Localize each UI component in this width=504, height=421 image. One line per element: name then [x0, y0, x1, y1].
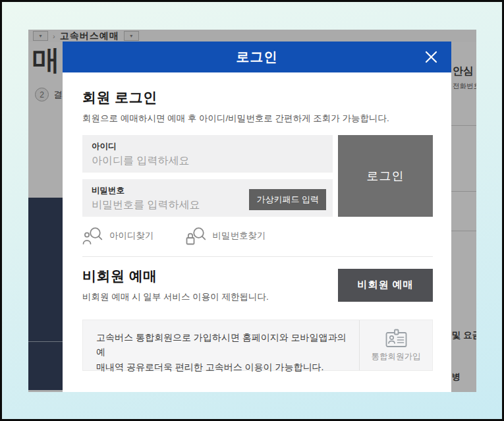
virtual-keypad-button[interactable]: 가상키패드 입력: [249, 189, 326, 210]
id-field-wrapper: 아이디: [82, 135, 333, 173]
login-fields: 아이디 비밀번호 가상키패드 입력: [82, 135, 333, 217]
member-login-heading: 회원 로그인: [82, 88, 433, 107]
login-button[interactable]: 로그인: [338, 135, 433, 217]
membership-info-text: 고속버스 통합회원으로 가입하시면 홈페이지와 모바일앱과의 예 매내역 공유로…: [83, 320, 359, 370]
screenshot-frame: ▾ › 고속버스예매 ▾ 매 2 결제 안심 전화번호 및 요금 병 로그인: [0, 0, 504, 421]
find-password-link[interactable]: 비밀번호찾기: [186, 226, 266, 245]
nonmember-section: 비회원 예매 비회원 예매 시 일부 서비스 이용이 제한됩니다. 비회원 예매: [82, 267, 433, 303]
member-login-description: 회원으로 예매하시면 예매 후 아이디/비밀번호로 간편하게 조회가 가능합니다…: [82, 113, 433, 125]
modal-title: 로그인: [237, 48, 278, 66]
nonmember-text: 비회원 예매 비회원 예매 시 일부 서비스 이용이 제한됩니다.: [82, 267, 269, 303]
id-field-label: 아이디: [92, 141, 323, 152]
login-modal: 로그인 회원 로그인 회원으로 예매하시면 예매 후 아이디/비밀번호로 간편하…: [63, 42, 451, 392]
find-password-label: 비밀번호찾기: [213, 230, 266, 242]
person-search-icon: [82, 226, 103, 245]
password-input[interactable]: [92, 199, 226, 211]
join-membership-label: 통합회원가입: [372, 351, 421, 362]
modal-body: 회원 로그인 회원으로 예매하시면 예매 후 아이디/비밀번호로 간편하게 조회…: [63, 72, 451, 371]
login-form: 아이디 비밀번호 가상키패드 입력 로그인: [82, 135, 433, 217]
section-divider: [82, 256, 433, 257]
find-id-link[interactable]: 아이디찾기: [82, 226, 154, 245]
membership-info-line2: 매내역 공유로더욱 편리한 고속버스 이용이 가능합니다.: [96, 362, 323, 372]
join-membership-button[interactable]: 통합회원가입: [360, 320, 432, 370]
modal-header: 로그인: [63, 42, 451, 72]
membership-info-line1: 고속버스 통합회원으로 가입하시면 홈페이지와 모바일앱과의 예: [96, 332, 347, 357]
nonmember-heading: 비회원 예매: [82, 267, 269, 285]
id-card-icon: [385, 329, 407, 348]
nonmember-description: 비회원 예매 시 일부 서비스 이용이 제한됩니다.: [82, 291, 269, 303]
membership-info-box: 고속버스 통합회원으로 가입하시면 홈페이지와 모바일앱과의 예 매내역 공유로…: [82, 320, 433, 371]
close-icon[interactable]: [424, 50, 438, 64]
lock-search-icon: [186, 226, 206, 245]
password-field-wrapper: 비밀번호 가상키패드 입력: [82, 179, 333, 217]
account-find-links: 아이디찾기 비밀번호찾기: [82, 226, 433, 245]
find-id-label: 아이디찾기: [109, 230, 154, 242]
id-input[interactable]: [92, 155, 226, 167]
nonmember-booking-button[interactable]: 비회원 예매: [338, 269, 433, 302]
bus-booking-page: ▾ › 고속버스예매 ▾ 매 2 결제 안심 전화번호 및 요금 병 로그인: [28, 30, 476, 392]
